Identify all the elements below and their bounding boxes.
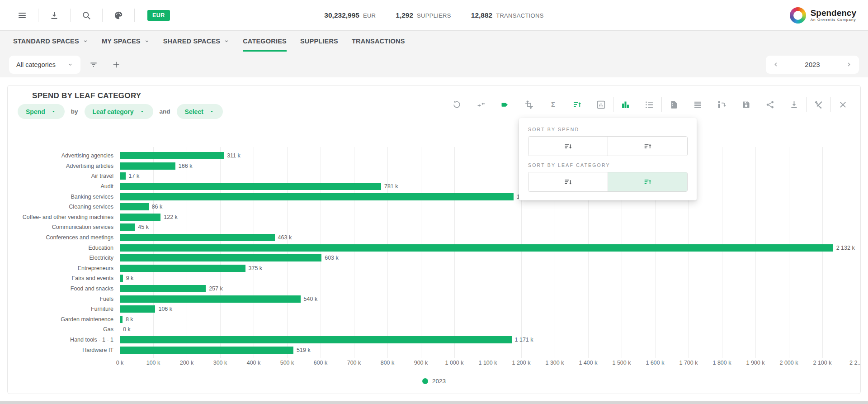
x-tick-label: 600 k xyxy=(314,360,328,366)
filter-icon[interactable] xyxy=(84,56,103,74)
horizontal-scrollbar[interactable] xyxy=(0,401,868,404)
panel-toolbar: Σ xyxy=(445,96,855,113)
table-rows-icon[interactable] xyxy=(686,96,710,113)
chart-row-audit: Audit781 k xyxy=(8,181,860,192)
value-label: 166 k xyxy=(179,163,193,169)
category-label: Conferences and meetings xyxy=(8,234,120,241)
crop-icon[interactable] xyxy=(517,96,541,113)
settings-tools-icon[interactable] xyxy=(807,96,830,113)
bar-fairs-and-events[interactable] xyxy=(120,275,123,282)
bar-audit[interactable] xyxy=(120,183,381,190)
value-label: 311 k xyxy=(227,152,241,159)
x-tick-label: 500 k xyxy=(280,360,294,366)
category-label: Fairs and events xyxy=(8,275,120,281)
sort-popup: SORT BY SPENDSORT BY LEAF CATEGORY xyxy=(519,118,697,200)
tab-categories[interactable]: CATEGORIES xyxy=(236,31,293,52)
bar-advertising-agencies[interactable] xyxy=(120,152,224,159)
category-label: Communication services xyxy=(8,224,120,230)
chart-row-fairs-and-events: Fairs and events9 k xyxy=(8,273,860,284)
chart-row-gas: Gas0 k xyxy=(8,324,860,335)
tab-standard-spaces[interactable]: STANDARD SPACES xyxy=(6,31,95,52)
collapse-arrows-icon[interactable] xyxy=(469,96,493,113)
value-label: 603 k xyxy=(325,255,339,261)
chevron-down-icon xyxy=(83,38,88,44)
x-tick-label: 1 000 k xyxy=(445,360,463,366)
and-label: and xyxy=(160,108,170,115)
chart-frame-icon[interactable] xyxy=(589,96,613,113)
sort-spend-descending-button[interactable] xyxy=(528,137,608,156)
legend-item-2023[interactable]: 2023 xyxy=(422,378,446,385)
bar-cleaning-services[interactable] xyxy=(120,203,149,210)
x-tick-label: 300 k xyxy=(213,360,227,366)
tab-shared-spaces[interactable]: SHARED SPACES xyxy=(156,31,236,52)
chevron-down-icon xyxy=(67,62,73,67)
search-icon[interactable] xyxy=(76,6,97,24)
value-label: 1 171 k xyxy=(515,337,533,343)
chart-row-entrepreneurs: Entrepreneurs375 k xyxy=(8,263,860,274)
bar-hardware-it[interactable] xyxy=(120,347,293,354)
bar-advertising-articles[interactable] xyxy=(120,162,175,170)
dimension-select[interactable]: Leaf category xyxy=(85,104,153,119)
add-icon[interactable] xyxy=(107,56,126,74)
bar-communication-services[interactable] xyxy=(120,223,135,231)
secondary-dimension-select[interactable]: Select xyxy=(177,104,223,119)
bar-chart-icon[interactable] xyxy=(613,96,637,113)
tag-icon[interactable] xyxy=(493,96,517,113)
bar-conferences-and-meetings[interactable] xyxy=(120,234,275,241)
chart-row-education: Education2 132 k xyxy=(8,242,860,253)
close-icon[interactable] xyxy=(831,96,855,113)
bar-garden-maintenence[interactable] xyxy=(120,316,123,323)
category-label: Advertising articles xyxy=(8,163,120,169)
bar-hand-tools-1-1[interactable] xyxy=(120,336,512,343)
category-select-value: All categories xyxy=(16,61,56,68)
sort-category-descending-button[interactable] xyxy=(528,172,608,191)
currency-badge[interactable]: EUR xyxy=(147,10,170,21)
bar-air-travel[interactable] xyxy=(120,172,126,180)
bar-furniture[interactable] xyxy=(120,305,155,313)
sort-category-ascending-button[interactable] xyxy=(608,172,687,191)
sort-icon[interactable] xyxy=(565,96,589,113)
value-label: 122 k xyxy=(164,214,178,220)
bar-food-and-snacks[interactable] xyxy=(120,285,206,292)
menu-icon[interactable] xyxy=(12,6,33,24)
category-label: Entrepreneurs xyxy=(8,265,120,271)
value-label: 106 k xyxy=(158,306,172,312)
previous-year-button[interactable] xyxy=(771,60,781,69)
bar-fuels[interactable] xyxy=(120,295,301,303)
refresh-icon[interactable] xyxy=(445,96,469,113)
report-icon[interactable] xyxy=(662,96,686,113)
save-icon[interactable] xyxy=(734,96,758,113)
measure-select[interactable]: Spend xyxy=(18,104,65,119)
bar-education[interactable] xyxy=(120,244,833,252)
value-label: 8 k xyxy=(126,316,133,323)
x-tick-label: 800 k xyxy=(381,360,395,366)
bar-banking-services[interactable] xyxy=(120,193,514,200)
next-year-button[interactable] xyxy=(844,60,854,69)
sort-spend-ascending-button[interactable] xyxy=(608,137,687,156)
category-select[interactable]: All categories xyxy=(9,56,80,74)
palette-icon[interactable] xyxy=(108,6,129,24)
tab-transactions[interactable]: TRANSACTIONS xyxy=(345,31,412,52)
list-view-icon[interactable] xyxy=(637,96,661,113)
share-icon[interactable] xyxy=(758,96,782,113)
chevron-down-icon xyxy=(144,38,150,44)
x-tick-label: 2 000 k xyxy=(779,360,798,366)
brand-logo[interactable]: Spendency An Onventis Company xyxy=(790,7,856,24)
bar-electricity[interactable] xyxy=(120,254,321,261)
download-icon[interactable] xyxy=(44,6,65,24)
panel-header: SPEND BY LEAF CATEGORY Spend by Leaf cat… xyxy=(8,86,860,119)
category-label: Gas xyxy=(8,326,120,333)
sigma-icon[interactable]: Σ xyxy=(541,96,565,113)
spendency-logo-icon xyxy=(790,7,806,24)
download-icon[interactable] xyxy=(782,96,806,113)
x-tick-label: 1 800 k xyxy=(712,360,731,366)
x-tick-label: 700 k xyxy=(347,360,361,366)
x-tick-label: 0 k xyxy=(116,360,124,366)
bar-coffee-and-other-vending-machines[interactable] xyxy=(120,214,160,221)
pivot-icon[interactable] xyxy=(710,96,734,113)
tab-suppliers[interactable]: SUPPLIERS xyxy=(293,31,345,52)
tab-my-spaces[interactable]: MY SPACES xyxy=(95,31,156,52)
bar-entrepreneurs[interactable] xyxy=(120,265,245,272)
chart-row-hardware-it: Hardware IT519 k xyxy=(8,345,860,355)
chart-row-fuels: Fuels540 k xyxy=(8,294,860,304)
